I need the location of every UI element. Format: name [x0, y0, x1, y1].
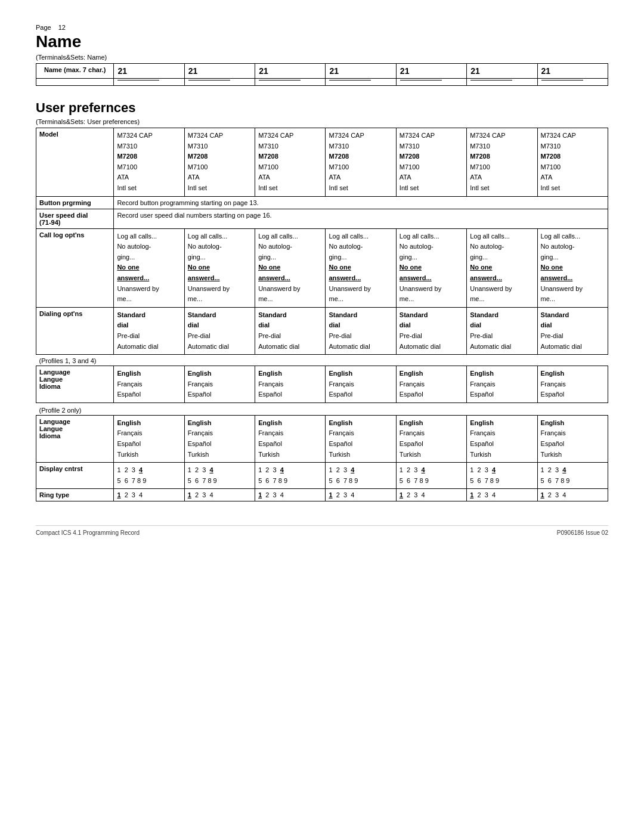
lang134-col-2: EnglishFrançaisEspañol — [184, 366, 255, 403]
name-col-5[interactable]: 21 — [396, 64, 466, 79]
name-col-2[interactable]: 21 — [184, 64, 255, 79]
call-log-col-3: Log all calls...No autolog-ging...No one… — [255, 228, 326, 307]
model-col-1: M7324 CAPM7310M7208M7100ATAIntl set — [114, 128, 184, 197]
call-log-col-5: Log all calls...No autolog-ging...No one… — [396, 228, 466, 307]
call-log-col-6: Log all calls...No autolog-ging...No one… — [467, 228, 537, 307]
model-col-7: M7324 CAPM7310M7208M7100ATAIntl set — [537, 128, 608, 197]
profile2-label-row: (Profile 2 only) — [36, 402, 608, 415]
display-cntrst-col-1: 1 2 3 45 6 7 8 9 — [114, 463, 184, 489]
name-col-1[interactable]: 21 — [114, 64, 184, 79]
profile134-label-row: (Profiles 1, 3 and 4) — [36, 355, 608, 366]
display-cntrst-col-3: 1 2 3 45 6 7 8 9 — [255, 463, 326, 489]
model-col-2: M7324 CAPM7310M7208M7100ATAIntl set — [184, 128, 255, 197]
button-prgrming-row: Button prgrming Record button programmin… — [36, 196, 608, 209]
pref-table: Model M7324 CAPM7310M7208M7100ATAIntl se… — [36, 128, 608, 501]
model-col-3: M7324 CAPM7310M7208M7100ATAIntl set — [255, 128, 326, 197]
model-row: Model M7324 CAPM7310M7208M7100ATAIntl se… — [36, 128, 608, 197]
name-col-4[interactable]: 21 — [326, 64, 396, 79]
dialing-col-2: StandarddialPre-dialAutomatic dial — [184, 307, 255, 354]
dialing-col-1: StandarddialPre-dialAutomatic dial — [114, 307, 184, 354]
footer: Compact ICS 4.1 Programming Record P0906… — [36, 525, 608, 536]
user-prefs-heading: User prefernces — [36, 100, 608, 116]
ring-type-col-4: 1 2 3 4 — [326, 489, 396, 501]
ring-type-col-6: 1 2 3 4 — [467, 489, 537, 501]
ring-type-col-7: 1 2 3 4 — [537, 489, 608, 501]
footer-left: Compact ICS 4.1 Programming Record — [36, 529, 140, 536]
lang134-col-3: EnglishFrançaisEspañol — [255, 366, 326, 403]
lang2-col-7: EnglishFrançaisEspañolTurkish — [537, 415, 608, 462]
name-table: Name (max. 7 char.) 21 21 21 21 21 21 21 — [36, 63, 608, 86]
lang2-col-4: EnglishFrançaisEspañolTurkish — [326, 415, 396, 462]
dialing-col-5: StandarddialPre-dialAutomatic dial — [396, 307, 466, 354]
user-speed-dial-row: User speed dial(71-94) Record user speed… — [36, 209, 608, 228]
call-log-row: Call log opt'ns Log all calls...No autol… — [36, 228, 608, 307]
dialing-col-4: StandarddialPre-dialAutomatic dial — [326, 307, 396, 354]
user-prefs-subtitle: (Terminals&Sets: User preferences) — [36, 118, 608, 125]
name-underline-1 — [114, 79, 184, 86]
ring-type-col-1: 1 2 3 4 — [114, 489, 184, 501]
name-underline-3 — [255, 79, 326, 86]
model-col-4: M7324 CAPM7310M7208M7100ATAIntl set — [326, 128, 396, 197]
name-underline-2 — [184, 79, 255, 86]
dialing-label: Dialing opt'ns — [36, 307, 114, 354]
call-log-col-2: Log all calls...No autolog-ging...No one… — [184, 228, 255, 307]
dialing-col-7: StandarddialPre-dialAutomatic dial — [537, 307, 608, 354]
name-col-header: Name (max. 7 char.) — [36, 64, 114, 79]
lang134-col-5: EnglishFrançaisEspañol — [396, 366, 466, 403]
display-cntrst-col-4: 1 2 3 45 6 7 8 9 — [326, 463, 396, 489]
name-underline-4 — [326, 79, 396, 86]
display-cntrst-col-2: 1 2 3 45 6 7 8 9 — [184, 463, 255, 489]
name-underline-6 — [467, 79, 537, 86]
dialing-col-3: StandarddialPre-dialAutomatic dial — [255, 307, 326, 354]
display-cntrst-col-5: 1 2 3 45 6 7 8 9 — [396, 463, 466, 489]
lang134-label: Language Langue Idioma — [36, 366, 114, 403]
lang2-label: Language Langue Idioma — [36, 415, 114, 462]
model-label: Model — [36, 128, 114, 197]
name-col-6[interactable]: 21 — [467, 64, 537, 79]
call-log-label: Call log opt'ns — [36, 228, 114, 307]
lang2-col-3: EnglishFrançaisEspañolTurkish — [255, 415, 326, 462]
lang2-col-6: EnglishFrançaisEspañolTurkish — [467, 415, 537, 462]
dialing-col-6: StandarddialPre-dialAutomatic dial — [467, 307, 537, 354]
ring-type-label: Ring type — [36, 489, 114, 501]
call-log-col-4: Log all calls...No autolog-ging...No one… — [326, 228, 396, 307]
display-cntrst-label: Display cntrst — [36, 463, 114, 489]
button-prgrming-label: Button prgrming — [36, 196, 114, 209]
profile2-label: (Profile 2 only) — [36, 402, 608, 415]
name-underline-header — [36, 79, 114, 86]
name-col-7[interactable]: 21 — [537, 64, 608, 79]
profile134-label: (Profiles 1, 3 and 4) — [36, 355, 608, 366]
ring-type-col-3: 1 2 3 4 — [255, 489, 326, 501]
name-underline-7 — [537, 79, 608, 86]
footer-right: P0906186 Issue 02 — [557, 529, 608, 536]
display-cntrst-col-6: 1 2 3 45 6 7 8 9 — [467, 463, 537, 489]
lang2-row: Language Langue Idioma EnglishFrançaisEs… — [36, 415, 608, 462]
call-log-col-1: Log all calls...No autolog-ging...No one… — [114, 228, 184, 307]
ring-type-col-2: 1 2 3 4 — [184, 489, 255, 501]
dialing-row: Dialing opt'ns StandarddialPre-dialAutom… — [36, 307, 608, 354]
user-speed-dial-value: Record user speed dial numbers starting … — [114, 209, 608, 228]
lang134-col-4: EnglishFrançaisEspañol — [326, 366, 396, 403]
name-heading: Name — [36, 32, 608, 51]
page-label: Page 12 — [36, 24, 608, 31]
lang2-col-5: EnglishFrançaisEspañolTurkish — [396, 415, 466, 462]
ring-type-row: Ring type 1 2 3 4 1 2 3 4 1 2 3 4 1 2 3 … — [36, 489, 608, 501]
lang134-col-7: EnglishFrançaisEspañol — [537, 366, 608, 403]
display-cntrst-row: Display cntrst 1 2 3 45 6 7 8 9 1 2 3 45… — [36, 463, 608, 489]
model-col-5: M7324 CAPM7310M7208M7100ATAIntl set — [396, 128, 466, 197]
name-col-3[interactable]: 21 — [255, 64, 326, 79]
lang134-col-6: EnglishFrançaisEspañol — [467, 366, 537, 403]
user-speed-dial-label: User speed dial(71-94) — [36, 209, 114, 228]
button-prgrming-value: Record button programming starting on pa… — [114, 196, 608, 209]
name-underline-5 — [396, 79, 466, 86]
lang134-col-1: EnglishFrançaisEspañol — [114, 366, 184, 403]
lang2-col-1: EnglishFrançaisEspañolTurkish — [114, 415, 184, 462]
lang2-col-2: EnglishFrançaisEspañolTurkish — [184, 415, 255, 462]
call-log-col-7: Log all calls...No autolog-ging...No one… — [537, 228, 608, 307]
lang134-row: Language Langue Idioma EnglishFrançaisEs… — [36, 366, 608, 403]
name-subtitle: (Terminals&Sets: Name) — [36, 54, 608, 61]
ring-type-col-5: 1 2 3 4 — [396, 489, 466, 501]
model-col-6: M7324 CAPM7310M7208M7100ATAIntl set — [467, 128, 537, 197]
display-cntrst-col-7: 1 2 3 45 6 7 8 9 — [537, 463, 608, 489]
